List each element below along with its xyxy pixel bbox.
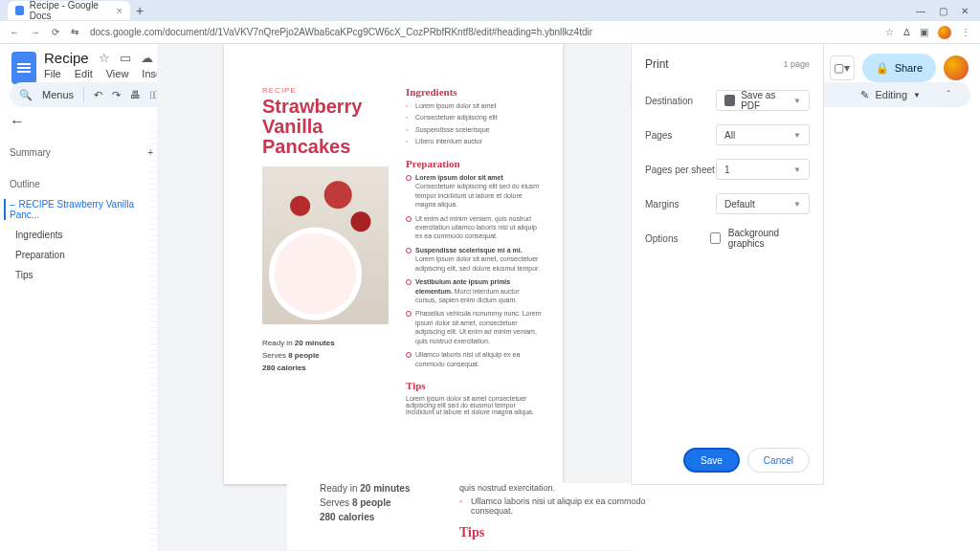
summary-label: Summary [10, 147, 51, 158]
recipe-label: RECIPE [262, 86, 389, 95]
chevron-down-icon: ▼ [913, 91, 921, 99]
recipe-meta: Ready in 20 minutes Serves 8 people 280 … [262, 338, 389, 374]
tips-body: Lorem ipsum dolor sit amet consectetuer … [406, 395, 542, 415]
lock-icon: 🔒 [876, 62, 889, 75]
margins-label: Margins [645, 199, 716, 209]
chevron-down-icon: ▼ [793, 200, 801, 209]
recipe-title: Strawberry Vanilla Pancakes [262, 97, 389, 157]
print-icon[interactable]: 🖶 [130, 89, 141, 100]
maximize-icon[interactable]: ▢ [939, 6, 947, 16]
page-count: 1 page [783, 59, 810, 69]
ingredients-list: Lorem ipsum dolor sit amet Consectetuer … [406, 101, 542, 146]
list-item: Phasellus vehicula nonummy nunc. Lorem i… [406, 309, 542, 345]
pages-label: Pages [645, 130, 716, 141]
preview-page: RECIPE Strawberry Vanilla Pancakes Ready… [224, 44, 563, 484]
puzzle-icon[interactable]: ▣ [920, 27, 928, 37]
search-icon[interactable]: 🔍 [19, 89, 33, 101]
doc-title[interactable]: Recipe [44, 50, 89, 66]
account-avatar[interactable] [944, 55, 969, 80]
cloud-icon[interactable]: ☁ [141, 51, 153, 65]
chevron-down-icon: ▼ [793, 97, 801, 105]
menu-file[interactable]: File [44, 68, 61, 79]
document-outline: ← Summary + Outline RECIPE Strawberry Va… [10, 113, 153, 551]
outline-item-ingredients[interactable]: Ingredients [10, 230, 153, 240]
docs-favicon [15, 6, 24, 15]
meet-icon[interactable]: ▢▾ [830, 55, 855, 80]
share-button[interactable]: 🔒 Share [862, 54, 936, 82]
browser-tab-strip: Recipe - Google Docs × + — ▢ ✕ [0, 0, 980, 21]
print-preview-canvas: RECIPE Strawberry Vanilla Pancakes Ready… [157, 44, 630, 551]
browser-tab[interactable]: Recipe - Google Docs × [8, 1, 130, 20]
outline-item-preparation[interactable]: Preparation [10, 250, 153, 260]
margins-select[interactable]: Default▼ [716, 193, 810, 214]
star-icon[interactable]: ☆ [99, 51, 110, 65]
list-item: Ut enim ad minim veniam, quis nostrud ex… [406, 214, 542, 241]
outline-item-recipe[interactable]: RECIPE Strawberry Vanilla Panc... [4, 199, 153, 220]
print-dialog: Print 1 page Destination Save as PDF ▼ P… [632, 44, 823, 484]
vertical-ruler [149, 121, 157, 551]
menus-button[interactable]: Menus [42, 89, 74, 100]
list-item: Suspendisse scelerisque mi a mi. Lorem i… [406, 246, 542, 273]
move-icon[interactable]: ▭ [120, 51, 131, 65]
list-item: Suspendisse scelerisque [406, 125, 542, 134]
window-controls: — ▢ ✕ [916, 6, 980, 16]
menu-view[interactable]: View [106, 68, 129, 79]
pps-select[interactable]: 1▼ [716, 159, 810, 180]
document-page-bg: Ready in 20 minutes Serves 8 people 280 … [287, 483, 689, 550]
body-text: Ullamco laboris nisi ut aliquip ex ea co… [471, 496, 646, 516]
chevron-down-icon: ▼ [793, 131, 801, 140]
pages-select[interactable]: All▼ [716, 124, 810, 145]
mode-label: Editing [875, 89, 907, 100]
chevron-down-icon: ▼ [793, 165, 801, 174]
preparation-steps: Lorem ipsum dolor sit amet Consectetuer … [406, 173, 542, 368]
share-label: Share [895, 62, 923, 74]
cancel-button[interactable]: Cancel [747, 448, 810, 473]
profile-icon[interactable] [938, 26, 951, 39]
url-field[interactable]: docs.google.com/document/d/1VaVKV7nQrePj… [90, 27, 874, 37]
list-item: Consectetuer adipiscing elit [406, 113, 542, 121]
docs-logo-icon[interactable] [11, 52, 36, 84]
list-item: Vestibulum ante ipsum primis elementum. … [406, 277, 542, 304]
mode-selector[interactable]: ✎ Editing ▼ [855, 89, 926, 101]
tips-heading-bg: Tips [459, 525, 679, 540]
extensions-icon[interactable]: ᐃ [903, 27, 910, 37]
close-icon[interactable]: × [117, 5, 122, 16]
destination-select[interactable]: Save as PDF ▼ [716, 90, 810, 111]
minimize-icon[interactable]: — [916, 6, 925, 16]
save-button[interactable]: Save [683, 448, 740, 473]
outline-item-tips[interactable]: Tips [10, 270, 153, 280]
destination-label: Destination [645, 96, 716, 106]
bg-graphics-checkbox[interactable] [710, 232, 721, 244]
forward-icon[interactable]: → [31, 27, 40, 37]
outline-header: Outline [10, 179, 153, 189]
bookmark-icon[interactable]: ☆ [885, 27, 894, 37]
new-tab-button[interactable]: + [130, 3, 149, 18]
ingredients-heading: Ingredients [406, 86, 542, 98]
undo-icon[interactable]: ↶ [94, 89, 102, 101]
pdf-icon [724, 95, 735, 106]
reload-icon[interactable]: ⟳ [52, 27, 59, 37]
tab-title: Recipe - Google Docs [30, 0, 111, 21]
close-window-icon[interactable]: ✕ [961, 6, 969, 16]
print-title: Print [645, 57, 669, 71]
options-label: Options [645, 233, 710, 244]
pencil-icon: ✎ [860, 89, 869, 101]
pps-label: Pages per sheet [645, 165, 716, 175]
site-info-icon[interactable]: ⇆ [71, 27, 78, 37]
list-item: Ullamco laboris nisi ut aliquip ex ea co… [406, 350, 542, 368]
outline-back-icon[interactable]: ← [10, 113, 153, 130]
preparation-heading: Preparation [406, 158, 542, 169]
address-bar: ← → ⟳ ⇆ docs.google.com/document/d/1VaVK… [0, 21, 980, 44]
overflow-icon[interactable]: ⋮ [961, 27, 970, 37]
redo-icon[interactable]: ↷ [112, 89, 121, 101]
list-item: Libero interdum auctor [406, 137, 542, 145]
list-item: Lorem ipsum dolor sit amet [406, 101, 542, 110]
body-text: quis nostrud exercitation. [459, 483, 679, 493]
back-icon[interactable]: ← [10, 27, 19, 37]
recipe-photo [262, 166, 389, 324]
menu-edit[interactable]: Edit [75, 68, 93, 79]
list-item: Lorem ipsum dolor sit amet Consectetuer … [406, 173, 542, 209]
bg-graphics-label: Background graphics [728, 228, 810, 249]
collapse-toolbar-icon[interactable]: ˆ [936, 82, 961, 107]
tips-heading: Tips [406, 380, 542, 391]
